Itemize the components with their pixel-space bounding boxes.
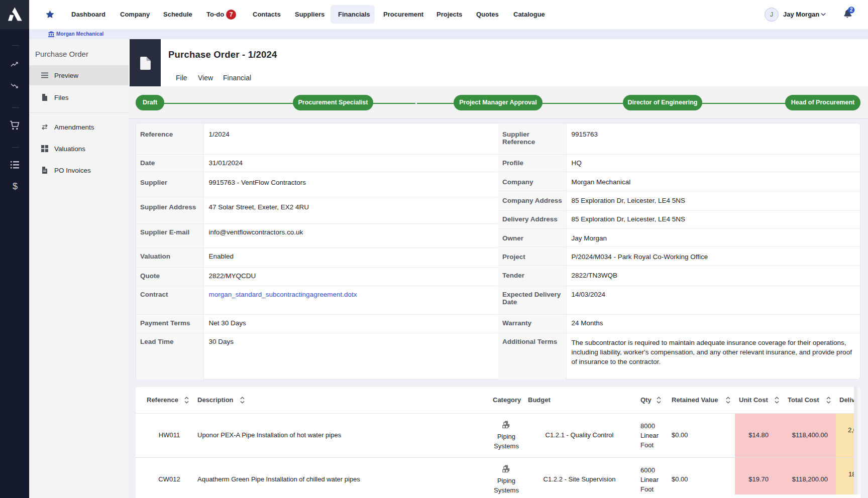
svg-text:2: 2 [850, 7, 853, 13]
